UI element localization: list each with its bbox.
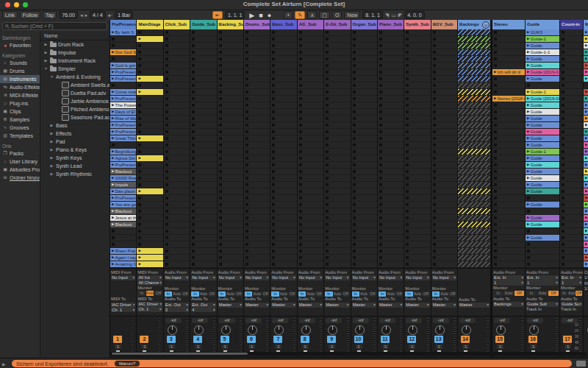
clip-slot[interactable] [431, 122, 457, 128]
clip-slot[interactable] [324, 175, 350, 181]
clip-launch-icon[interactable]: ▶ [585, 202, 587, 208]
clip-slot[interactable] [378, 202, 404, 208]
clip-stop-icon[interactable] [494, 44, 497, 47]
pan-knob[interactable] [529, 325, 539, 335]
clip-slot[interactable] [404, 155, 430, 161]
clip[interactable]: ▶ProPresen [110, 96, 136, 102]
clip-stop-icon[interactable] [245, 77, 248, 80]
clip-stop-icon[interactable] [272, 210, 275, 213]
clip-slot[interactable] [351, 109, 377, 115]
clip-slot[interactable] [244, 169, 270, 174]
tempo-field[interactable]: 76.00 [59, 11, 78, 19]
track-header-backing-sub[interactable]: Backing_Sub [218, 20, 243, 29]
clip-stop-icon[interactable] [192, 256, 195, 259]
clip-slot[interactable] [244, 69, 270, 75]
clip-stop-icon[interactable] [494, 250, 497, 252]
clip-slot[interactable] [298, 89, 323, 95]
clip-stop-icon[interactable] [192, 64, 195, 67]
clip-stop-icon[interactable] [192, 210, 195, 213]
clip-stop-icon[interactable] [245, 97, 248, 100]
clip-stop-icon[interactable] [192, 263, 195, 266]
clip-stop-icon[interactable] [272, 117, 275, 120]
clip-slot[interactable] [298, 116, 323, 121]
clip-slot[interactable] [560, 175, 583, 181]
clip-stop-icon[interactable] [138, 243, 141, 246]
clip-slot[interactable] [324, 29, 350, 35]
clip-stop-icon[interactable] [192, 216, 195, 219]
clip-slot[interactable] [244, 261, 270, 267]
routing-select[interactable]: Ch. 1▾ [111, 308, 135, 313]
clip-stop-icon[interactable] [406, 230, 409, 233]
group-slot[interactable] [458, 109, 490, 115]
clip[interactable]: ▶Impuls [110, 182, 136, 188]
monitor-auto-button[interactable]: Auto [280, 291, 287, 297]
clip-slot[interactable] [164, 188, 190, 194]
pan-knob[interactable] [328, 325, 337, 335]
group-slot[interactable] [458, 116, 490, 121]
scene-slot[interactable]: ▶Come [584, 89, 588, 95]
clip-stop-icon[interactable] [562, 64, 564, 67]
clip-slot[interactable] [190, 89, 216, 95]
clip-slot[interactable] [560, 235, 583, 241]
clip-slot[interactable] [378, 89, 404, 95]
clip-stop-icon[interactable] [299, 44, 302, 47]
clip-slot[interactable] [244, 36, 270, 42]
group-slot[interactable] [458, 248, 490, 254]
clip-stop-icon[interactable] [299, 216, 302, 219]
clip-stop-icon[interactable] [245, 216, 248, 219]
clip-slot[interactable] [244, 142, 270, 148]
scene-slot[interactable]: ▶ [584, 202, 588, 208]
clip-slot[interactable] [560, 43, 583, 49]
clip[interactable]: ▶Guide [526, 175, 559, 181]
clip-slot[interactable] [190, 215, 216, 221]
track-header-master[interactable]: Master [584, 20, 588, 29]
clip-stop-icon[interactable] [494, 216, 497, 219]
monitor-auto-button[interactable]: Auto [440, 291, 448, 297]
clip-stop-icon[interactable] [165, 51, 168, 54]
clip-slot[interactable] [137, 96, 162, 102]
clip-slot[interactable] [110, 56, 136, 62]
clip-stop-icon[interactable] [326, 38, 329, 40]
monitor-in-button[interactable]: In [405, 291, 412, 297]
clip[interactable]: ▶Jesus at th [110, 215, 136, 221]
clip-slot[interactable] [324, 69, 350, 75]
clip-slot[interactable] [378, 56, 404, 62]
clip-slot[interactable] [404, 215, 430, 221]
clip-stop-icon[interactable] [272, 170, 275, 173]
clip-slot[interactable] [218, 102, 243, 108]
clip-slot[interactable] [492, 43, 525, 49]
clip-launch-icon[interactable]: ▶ [585, 29, 587, 35]
clip-stop-icon[interactable] [245, 230, 248, 233]
clip-stop-icon[interactable] [192, 243, 195, 246]
clip-launch-icon[interactable]: ▶ [138, 135, 140, 141]
clip-slot[interactable] [298, 36, 323, 42]
scene-slot[interactable]: ▶ [584, 188, 588, 194]
tree-item-ambient-swells-adv[interactable]: Ambient Swells.adv [40, 81, 110, 89]
clip-stop-icon[interactable] [353, 256, 356, 259]
clip-slot[interactable] [404, 235, 430, 241]
routing-select[interactable]: Ch. 1▾ [137, 307, 162, 312]
clip-slot[interactable] [270, 49, 296, 55]
clip-stop-icon[interactable] [379, 177, 382, 180]
clip-slot[interactable] [526, 228, 559, 234]
clip-slot[interactable] [431, 248, 457, 254]
clip-stop-icon[interactable] [245, 190, 248, 193]
clip-stop-icon[interactable] [562, 44, 564, 47]
clip-stop-icon[interactable] [165, 157, 168, 160]
clip-stop-icon[interactable] [299, 210, 302, 213]
monitor-auto-button[interactable]: Auto [537, 291, 548, 296]
clip-stop-icon[interactable] [219, 51, 222, 54]
track-header-bgv-sub[interactable]: BGV_Sub [431, 20, 457, 29]
clip-slot[interactable] [431, 129, 457, 135]
clip-slot[interactable] [492, 188, 525, 194]
scene-slot[interactable]: ▶ [584, 248, 588, 254]
clip[interactable]: ▶The Power [110, 102, 136, 108]
group-slot[interactable] [458, 142, 490, 148]
clip-stop-icon[interactable] [272, 150, 275, 153]
clip-stop-icon[interactable] [326, 31, 329, 34]
clip[interactable]: ▶Blackout [110, 222, 136, 227]
clip-slot[interactable] [404, 49, 430, 55]
clip-stop-icon[interactable] [433, 137, 436, 140]
warum-button[interactable]: Warum? [115, 361, 140, 367]
clip-stop-icon[interactable] [165, 77, 168, 80]
